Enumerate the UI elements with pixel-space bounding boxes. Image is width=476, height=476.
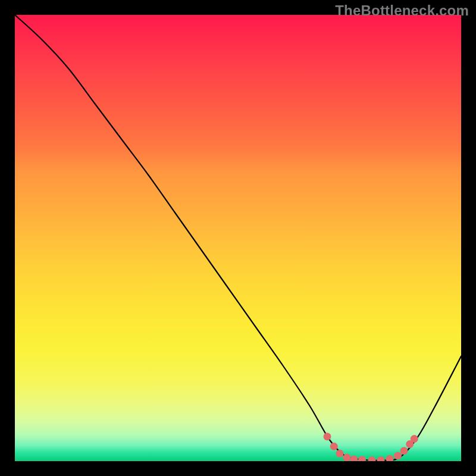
valley-dot <box>411 435 418 443</box>
chart-svg <box>15 15 461 461</box>
valley-dot <box>358 456 366 461</box>
chart-container: TheBottleneck.com <box>0 0 476 476</box>
valley-dot <box>377 456 385 461</box>
valley-dot <box>350 456 358 462</box>
valley-dot <box>336 450 344 458</box>
valley-dots-group <box>324 433 418 461</box>
curve-path <box>15 15 461 461</box>
valley-dot <box>324 433 331 440</box>
valley-dot <box>368 456 376 461</box>
plot-area <box>15 15 461 461</box>
valley-dot <box>330 443 338 450</box>
valley-dot <box>386 455 394 461</box>
valley-dot <box>400 447 408 455</box>
valley-dot <box>394 452 402 460</box>
valley-dot <box>343 454 351 462</box>
watermark-label: TheBottleneck.com <box>335 2 469 19</box>
